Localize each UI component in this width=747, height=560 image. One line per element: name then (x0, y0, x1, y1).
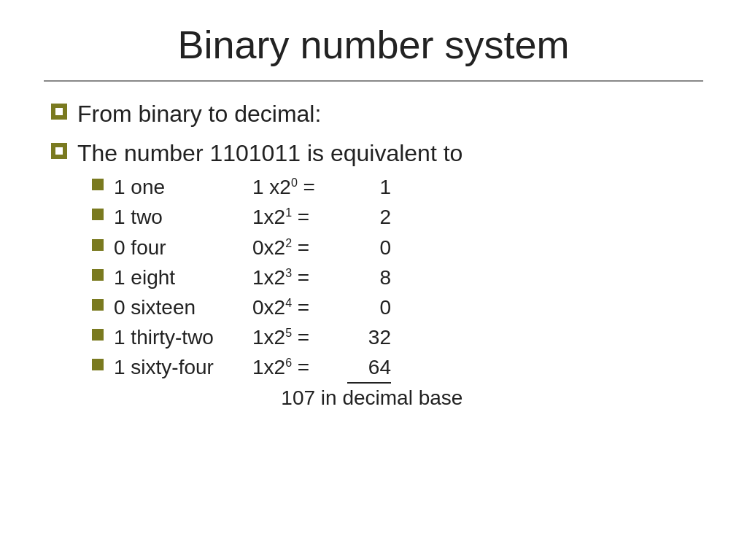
sub-bullet-icon-1 (92, 209, 104, 220)
bullet-icon-inner-1 (55, 108, 63, 115)
col-expr-2: 0x22 = (252, 233, 347, 262)
sub-bullet-icon-4 (92, 299, 104, 311)
sub-bullet-icon-6 (92, 359, 104, 370)
col-expr-6: 1x26 = (252, 353, 347, 381)
sub-bullet-text-5: 1 thirty-two 1x25 = 32 (114, 323, 391, 351)
col-val-3: 8 (347, 263, 391, 292)
slide-title: Binary number system (44, 22, 703, 67)
sup-2: 2 (285, 236, 292, 249)
sup-4: 4 (285, 297, 292, 309)
col-word-1: 1 two (114, 203, 252, 231)
col-word-2: 0 four (114, 233, 252, 262)
col-val-4: 0 (347, 293, 391, 322)
list-item-4: 0 sixteen 0x24 = 0 (92, 293, 462, 322)
col-word-4: 0 sixteen (114, 293, 252, 322)
list-item-6: 1 sixty-four 1x26 = 64 (92, 353, 462, 383)
sub-list: 1 one 1 x20 = 1 1 two 1x21 = 2 (92, 173, 462, 409)
col-expr-0: 1 x20 = (252, 173, 347, 201)
col-expr-5: 1x25 = (252, 323, 347, 351)
sup-0: 0 (291, 176, 298, 189)
sub-bullet-text-1: 1 two 1x21 = 2 (114, 203, 391, 231)
sub-bullet-icon-2 (92, 239, 104, 251)
sub-bullet-icon-5 (92, 329, 104, 341)
col-val-6: 64 (347, 353, 391, 383)
sup-3: 3 (285, 266, 292, 279)
bullet-from-binary: From binary to decimal: (51, 99, 703, 130)
title-section: Binary number system (44, 22, 703, 82)
sub-bullet-text-0: 1 one 1 x20 = 1 (114, 173, 391, 201)
sup-1: 1 (285, 206, 292, 219)
content-area: From binary to decimal: The number 11010… (44, 99, 703, 413)
total-text: 107 in decimal base (281, 386, 462, 410)
bullet-the-number-content: The number 1101011 is equivalent to 1 on… (77, 139, 462, 410)
bullet-icon-inner-2 (55, 147, 63, 155)
col-word-3: 1 eight (114, 263, 252, 292)
sub-bullet-text-4: 0 sixteen 0x24 = 0 (114, 293, 391, 322)
col-word-6: 1 sixty-four (114, 353, 252, 381)
slide: Binary number system From binary to deci… (0, 0, 747, 560)
sub-bullet-text-2: 0 four 0x22 = 0 (114, 233, 391, 262)
col-expr-4: 0x24 = (252, 293, 347, 322)
col-val-1: 2 (347, 203, 391, 231)
list-item-3: 1 eight 1x23 = 8 (92, 263, 462, 292)
bullet-the-number: The number 1101011 is equivalent to 1 on… (51, 139, 703, 410)
col-word-0: 1 one (114, 173, 252, 201)
col-val-5: 32 (347, 323, 391, 351)
col-expr-1: 1x21 = (252, 203, 347, 231)
col-expr-3: 1x23 = (252, 263, 347, 292)
list-item-2: 0 four 0x22 = 0 (92, 233, 462, 262)
list-item-5: 1 thirty-two 1x25 = 32 (92, 323, 462, 351)
sup-5: 5 (285, 327, 292, 339)
sub-bullet-icon-3 (92, 269, 104, 281)
bullet-icon-2 (51, 143, 67, 159)
bullet-icon-1 (51, 104, 67, 120)
col-val-0: 1 (347, 173, 391, 201)
col-word-5: 1 thirty-two (114, 323, 252, 351)
list-item-0: 1 one 1 x20 = 1 (92, 173, 462, 201)
bullet-text-from-binary: From binary to decimal: (77, 99, 321, 130)
list-item-1: 1 two 1x21 = 2 (92, 203, 462, 231)
sub-bullet-icon-0 (92, 179, 104, 190)
sub-bullet-text-6: 1 sixty-four 1x26 = 64 (114, 353, 391, 383)
bullet-text-the-number: The number 1101011 is equivalent to (77, 140, 462, 166)
sub-bullet-text-3: 1 eight 1x23 = 8 (114, 263, 391, 292)
total-row: 107 in decimal base (92, 386, 462, 410)
col-val-2: 0 (347, 233, 391, 262)
sup-6: 6 (285, 357, 292, 369)
